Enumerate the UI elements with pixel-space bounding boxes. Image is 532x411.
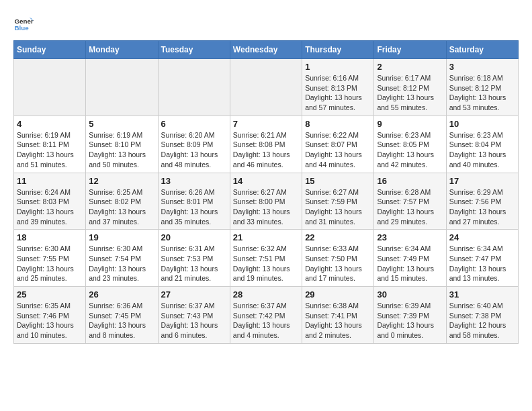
calendar-day-cell: 17Sunrise: 6:29 AM Sunset: 7:56 PM Dayli…	[446, 173, 518, 230]
day-number: 5	[89, 119, 154, 129]
day-number: 10	[449, 119, 515, 129]
calendar-day-cell: 19Sunrise: 6:30 AM Sunset: 7:54 PM Dayli…	[86, 230, 158, 287]
day-info: Sunrise: 6:36 AM Sunset: 7:45 PM Dayligh…	[89, 301, 154, 340]
day-info: Sunrise: 6:16 AM Sunset: 8:13 PM Dayligh…	[305, 73, 371, 113]
calendar-day-cell	[230, 59, 302, 116]
day-number: 30	[377, 289, 443, 300]
day-number: 28	[233, 289, 299, 300]
calendar-day-cell: 28Sunrise: 6:37 AM Sunset: 7:42 PM Dayli…	[230, 287, 302, 344]
day-info: Sunrise: 6:37 AM Sunset: 7:43 PM Dayligh…	[161, 301, 227, 340]
calendar-day-cell: 25Sunrise: 6:35 AM Sunset: 7:46 PM Dayli…	[14, 287, 86, 344]
day-number: 2	[377, 62, 443, 72]
day-number: 19	[89, 232, 154, 242]
day-info: Sunrise: 6:27 AM Sunset: 8:00 PM Dayligh…	[233, 187, 299, 227]
day-info: Sunrise: 6:19 AM Sunset: 8:10 PM Dayligh…	[89, 130, 154, 170]
calendar-week-row: 4Sunrise: 6:19 AM Sunset: 8:11 PM Daylig…	[14, 116, 519, 173]
calendar-header-row: SundayMondayTuesdayWednesdayThursdayFrid…	[14, 41, 519, 59]
day-info: Sunrise: 6:26 AM Sunset: 8:01 PM Dayligh…	[161, 187, 227, 227]
day-info: Sunrise: 6:39 AM Sunset: 7:39 PM Dayligh…	[377, 301, 443, 340]
weekday-header: Thursday	[302, 41, 374, 59]
day-info: Sunrise: 6:22 AM Sunset: 8:07 PM Dayligh…	[305, 130, 371, 170]
weekday-header: Saturday	[446, 41, 518, 59]
calendar-day-cell: 6Sunrise: 6:20 AM Sunset: 8:09 PM Daylig…	[158, 116, 230, 173]
calendar-day-cell: 14Sunrise: 6:27 AM Sunset: 8:00 PM Dayli…	[230, 173, 302, 230]
calendar-day-cell: 8Sunrise: 6:22 AM Sunset: 8:07 PM Daylig…	[302, 116, 374, 173]
calendar-day-cell: 12Sunrise: 6:25 AM Sunset: 8:02 PM Dayli…	[86, 173, 158, 230]
calendar-day-cell: 10Sunrise: 6:23 AM Sunset: 8:04 PM Dayli…	[446, 116, 518, 173]
day-number: 3	[449, 62, 515, 72]
day-info: Sunrise: 6:37 AM Sunset: 7:42 PM Dayligh…	[233, 301, 299, 340]
day-info: Sunrise: 6:23 AM Sunset: 8:04 PM Dayligh…	[449, 130, 515, 170]
calendar-day-cell: 29Sunrise: 6:38 AM Sunset: 7:41 PM Dayli…	[302, 287, 374, 344]
day-number: 16	[377, 176, 443, 186]
day-info: Sunrise: 6:35 AM Sunset: 7:46 PM Dayligh…	[17, 301, 83, 340]
weekday-header: Sunday	[14, 41, 86, 59]
logo-icon: General Blue	[13, 13, 34, 34]
weekday-header: Wednesday	[230, 41, 302, 59]
logo: General Blue	[13, 13, 34, 34]
calendar-day-cell	[86, 59, 158, 116]
day-info: Sunrise: 6:23 AM Sunset: 8:05 PM Dayligh…	[377, 130, 443, 170]
calendar-day-cell: 11Sunrise: 6:24 AM Sunset: 8:03 PM Dayli…	[14, 173, 86, 230]
svg-text:Blue: Blue	[15, 24, 30, 32]
calendar-day-cell: 27Sunrise: 6:37 AM Sunset: 7:43 PM Dayli…	[158, 287, 230, 344]
calendar-day-cell: 21Sunrise: 6:32 AM Sunset: 7:51 PM Dayli…	[230, 230, 302, 287]
day-info: Sunrise: 6:34 AM Sunset: 7:49 PM Dayligh…	[377, 244, 443, 283]
calendar-day-cell: 22Sunrise: 6:33 AM Sunset: 7:50 PM Dayli…	[302, 230, 374, 287]
day-info: Sunrise: 6:27 AM Sunset: 7:59 PM Dayligh…	[305, 187, 371, 227]
calendar-day-cell: 9Sunrise: 6:23 AM Sunset: 8:05 PM Daylig…	[374, 116, 446, 173]
calendar-day-cell	[158, 59, 230, 116]
calendar-week-row: 18Sunrise: 6:30 AM Sunset: 7:55 PM Dayli…	[14, 230, 519, 287]
calendar-day-cell: 18Sunrise: 6:30 AM Sunset: 7:55 PM Dayli…	[14, 230, 86, 287]
day-info: Sunrise: 6:40 AM Sunset: 7:38 PM Dayligh…	[449, 301, 515, 340]
day-number: 22	[305, 232, 371, 242]
day-info: Sunrise: 6:38 AM Sunset: 7:41 PM Dayligh…	[305, 301, 371, 340]
calendar-day-cell: 3Sunrise: 6:18 AM Sunset: 8:12 PM Daylig…	[446, 59, 518, 116]
calendar-day-cell: 26Sunrise: 6:36 AM Sunset: 7:45 PM Dayli…	[86, 287, 158, 344]
day-number: 6	[161, 119, 227, 129]
day-number: 31	[449, 289, 515, 300]
day-info: Sunrise: 6:19 AM Sunset: 8:11 PM Dayligh…	[17, 130, 83, 170]
weekday-header: Tuesday	[158, 41, 230, 59]
day-info: Sunrise: 6:34 AM Sunset: 7:47 PM Dayligh…	[449, 244, 515, 283]
day-number: 13	[161, 176, 227, 186]
day-number: 20	[161, 232, 227, 242]
day-info: Sunrise: 6:33 AM Sunset: 7:50 PM Dayligh…	[305, 244, 371, 283]
day-info: Sunrise: 6:28 AM Sunset: 7:57 PM Dayligh…	[377, 187, 443, 227]
day-info: Sunrise: 6:20 AM Sunset: 8:09 PM Dayligh…	[161, 130, 227, 170]
day-number: 8	[305, 119, 371, 129]
calendar-day-cell: 5Sunrise: 6:19 AM Sunset: 8:10 PM Daylig…	[86, 116, 158, 173]
day-number: 26	[89, 289, 154, 300]
day-info: Sunrise: 6:18 AM Sunset: 8:12 PM Dayligh…	[449, 73, 515, 113]
day-number: 17	[449, 176, 515, 186]
calendar-day-cell: 20Sunrise: 6:31 AM Sunset: 7:53 PM Dayli…	[158, 230, 230, 287]
day-number: 24	[449, 232, 515, 242]
day-number: 25	[17, 289, 83, 300]
day-number: 9	[377, 119, 443, 129]
calendar-week-row: 1Sunrise: 6:16 AM Sunset: 8:13 PM Daylig…	[14, 59, 519, 116]
day-number: 1	[305, 62, 371, 72]
day-info: Sunrise: 6:29 AM Sunset: 7:56 PM Dayligh…	[449, 187, 515, 227]
day-info: Sunrise: 6:31 AM Sunset: 7:53 PM Dayligh…	[161, 244, 227, 283]
day-number: 4	[17, 119, 83, 129]
day-number: 18	[17, 232, 83, 242]
page-header: General Blue	[13, 13, 519, 34]
day-info: Sunrise: 6:17 AM Sunset: 8:12 PM Dayligh…	[377, 73, 443, 113]
calendar-week-row: 25Sunrise: 6:35 AM Sunset: 7:46 PM Dayli…	[14, 287, 519, 344]
calendar-day-cell: 4Sunrise: 6:19 AM Sunset: 8:11 PM Daylig…	[14, 116, 86, 173]
calendar-body: 1Sunrise: 6:16 AM Sunset: 8:13 PM Daylig…	[14, 59, 519, 344]
day-number: 27	[161, 289, 227, 300]
calendar-day-cell: 31Sunrise: 6:40 AM Sunset: 7:38 PM Dayli…	[446, 287, 518, 344]
day-number: 14	[233, 176, 299, 186]
calendar-day-cell: 23Sunrise: 6:34 AM Sunset: 7:49 PM Dayli…	[374, 230, 446, 287]
weekday-header: Monday	[86, 41, 158, 59]
calendar-day-cell: 2Sunrise: 6:17 AM Sunset: 8:12 PM Daylig…	[374, 59, 446, 116]
calendar-day-cell: 13Sunrise: 6:26 AM Sunset: 8:01 PM Dayli…	[158, 173, 230, 230]
calendar-day-cell: 30Sunrise: 6:39 AM Sunset: 7:39 PM Dayli…	[374, 287, 446, 344]
calendar-week-row: 11Sunrise: 6:24 AM Sunset: 8:03 PM Dayli…	[14, 173, 519, 230]
day-info: Sunrise: 6:32 AM Sunset: 7:51 PM Dayligh…	[233, 244, 299, 283]
calendar-day-cell: 1Sunrise: 6:16 AM Sunset: 8:13 PM Daylig…	[302, 59, 374, 116]
day-number: 15	[305, 176, 371, 186]
day-number: 11	[17, 176, 83, 186]
day-info: Sunrise: 6:25 AM Sunset: 8:02 PM Dayligh…	[89, 187, 154, 227]
